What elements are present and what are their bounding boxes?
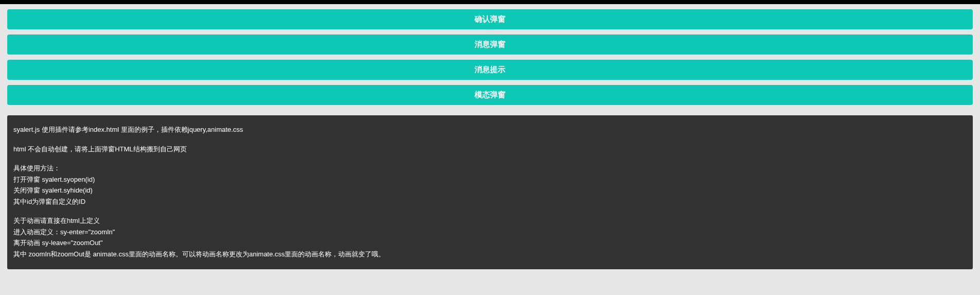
doc-note-section: html 不会自动创建，请将上面弹窗HTML结构搬到自己网页	[13, 144, 967, 154]
documentation-panel: syalert.js 使用插件请参考index.html 里面的例子，插件依赖j…	[7, 115, 973, 269]
modal-dialog-button[interactable]: 模态弹窗	[7, 85, 973, 105]
doc-anim-enter: 进入动画定义：sy-enter="zoomIn"	[13, 227, 967, 237]
confirm-dialog-button[interactable]: 确认弹窗	[7, 9, 973, 29]
doc-anim-note: 其中 zoomIn和zoomOut是 animate.css里面的动画名称。可以…	[13, 249, 967, 259]
doc-intro-section: syalert.js 使用插件请参考index.html 里面的例子，插件依赖j…	[13, 125, 967, 135]
doc-usage-title: 具体使用方法：	[13, 163, 967, 173]
message-dialog-button[interactable]: 消息弹窗	[7, 34, 973, 55]
doc-usage-id: 其中id为弹窗自定义的ID	[13, 197, 967, 207]
doc-note-text: html 不会自动创建，请将上面弹窗HTML结构搬到自己网页	[13, 144, 967, 154]
doc-intro-text: syalert.js 使用插件请参考index.html 里面的例子，插件依赖j…	[13, 125, 967, 135]
top-bar	[0, 0, 980, 4]
doc-usage-section: 具体使用方法： 打开弹窗 syalert.syopen(id) 关闭弹窗 sya…	[13, 163, 967, 206]
doc-usage-open: 打开弹窗 syalert.syopen(id)	[13, 175, 967, 185]
message-tip-button[interactable]: 消息提示	[7, 60, 973, 80]
doc-usage-close: 关闭弹窗 syalert.syhide(id)	[13, 185, 967, 196]
doc-anim-title: 关于动画请直接在html上定义	[13, 216, 967, 226]
button-container: 确认弹窗 消息弹窗 消息提示 模态弹窗	[0, 4, 980, 105]
doc-anim-leave: 离开动画 sy-leave="zoomOut"	[13, 238, 967, 248]
doc-animation-section: 关于动画请直接在html上定义 进入动画定义：sy-enter="zoomIn"…	[13, 216, 967, 259]
